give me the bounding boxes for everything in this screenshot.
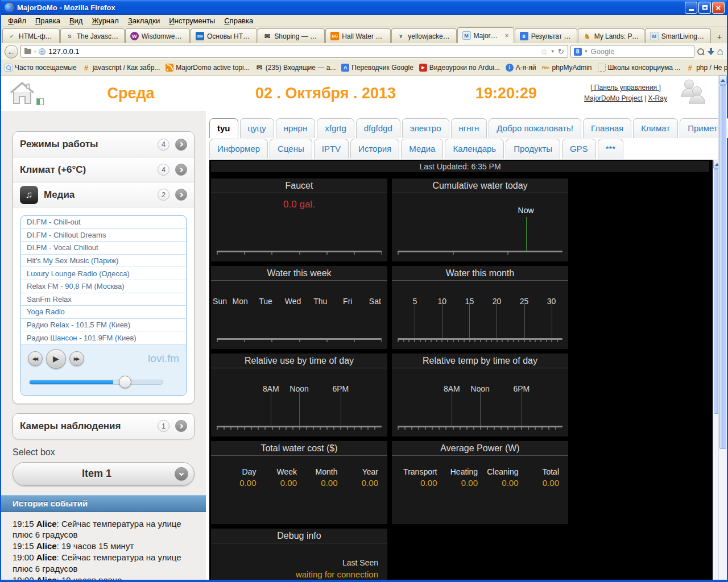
menu-bookmarks[interactable]: Закладки bbox=[123, 15, 164, 26]
chevron-right-icon[interactable] bbox=[175, 420, 187, 432]
restore-button[interactable] bbox=[698, 2, 711, 14]
radio-station[interactable]: Yoga Radio bbox=[21, 306, 186, 319]
menu-view[interactable]: Вид bbox=[65, 15, 88, 26]
sidebar-item-climate[interactable]: Климат (+6°C) 4 bbox=[13, 157, 194, 182]
main-tab[interactable]: электро bbox=[402, 118, 449, 138]
browser-tab[interactable]: Y yellowjacket wif... bbox=[391, 28, 456, 43]
item-select[interactable]: Item 1 bbox=[13, 462, 195, 486]
main-tab[interactable]: нгнгн bbox=[451, 118, 487, 138]
home-icon[interactable]: ⌂ bbox=[717, 46, 723, 57]
menu-edit[interactable]: Правка bbox=[31, 15, 65, 26]
users-avatar-icon[interactable] bbox=[674, 78, 718, 108]
radio-station[interactable]: Радио Шансон - 101.9FM (Киев) bbox=[21, 331, 186, 344]
browser-tab[interactable]: BG Hall Water Flow... bbox=[325, 28, 391, 43]
minimize-button[interactable] bbox=[685, 2, 697, 14]
bookmark-item[interactable]: A Переводчик Google bbox=[341, 64, 413, 72]
sidebar-item-media[interactable]: ♫ Медиа 2 bbox=[13, 182, 194, 207]
main-tab[interactable]: GPS bbox=[562, 139, 596, 159]
browser-tab[interactable]: W Wisdomweb.ru ... bbox=[125, 28, 190, 43]
search-input[interactable] bbox=[591, 47, 691, 56]
scroll-up-button[interactable] bbox=[719, 76, 727, 85]
radio-station[interactable]: Радио Relax - 101,5 FM (Киев) bbox=[21, 319, 186, 332]
chevron-right-icon[interactable] bbox=[175, 164, 187, 176]
main-tab[interactable]: xfgrtg bbox=[317, 118, 354, 138]
search-icon[interactable] bbox=[697, 48, 705, 56]
main-tab[interactable]: цуцу bbox=[240, 118, 274, 138]
tab-close-icon[interactable]: × bbox=[505, 32, 509, 40]
main-tab[interactable]: Продукты bbox=[506, 139, 560, 159]
downloads-icon[interactable] bbox=[707, 47, 715, 56]
main-tab[interactable]: Календарь bbox=[445, 139, 504, 159]
scrollbar-thumb[interactable] bbox=[719, 85, 726, 449]
reload-icon[interactable]: ↻ bbox=[558, 47, 564, 56]
bookmark-star-icon[interactable]: ☆ bbox=[540, 47, 548, 56]
bookmark-item[interactable]: PMA phpMyAdmin bbox=[542, 64, 592, 72]
home-link[interactable] bbox=[1, 81, 46, 105]
control-panel-link[interactable]: [ Панель управления ] bbox=[590, 84, 661, 92]
page-scrollbar[interactable] bbox=[718, 76, 727, 580]
bookmark-item[interactable]: Школы консорциума ... bbox=[598, 64, 681, 72]
browser-tab[interactable]: S The Javascript ... bbox=[60, 28, 125, 43]
main-tab-tyu[interactable]: tyu bbox=[209, 118, 238, 138]
new-tab-button[interactable]: + bbox=[713, 31, 726, 43]
main-tab[interactable]: Медиа bbox=[401, 139, 443, 159]
url-bar[interactable]: › ☆ ▼ ↻ bbox=[20, 45, 568, 58]
main-tab[interactable]: dfgfdgd bbox=[356, 118, 400, 138]
main-tab[interactable]: Сцены bbox=[270, 139, 312, 159]
main-tab[interactable]: Климат bbox=[633, 118, 678, 138]
next-track-button[interactable]: ▶▶ bbox=[69, 351, 84, 366]
browser-tab[interactable]: IBM Основы HTML5... bbox=[191, 28, 257, 43]
main-tab[interactable]: Добро пожаловать! bbox=[489, 118, 581, 138]
bookmark-item[interactable]: ✉ (235) Входящие — а... bbox=[255, 64, 336, 72]
prev-track-button[interactable]: ◀◀ bbox=[28, 351, 43, 366]
bookmark-item[interactable]: i А-я-яй bbox=[506, 64, 536, 72]
chevron-right-icon[interactable] bbox=[175, 139, 187, 151]
main-tab[interactable]: Информер bbox=[209, 139, 268, 159]
main-tab[interactable]: нрнрн bbox=[276, 118, 316, 138]
house-icon[interactable] bbox=[9, 81, 35, 105]
main-tab[interactable]: *** bbox=[598, 139, 624, 159]
close-button[interactable]: × bbox=[712, 2, 725, 14]
main-tab[interactable]: История bbox=[350, 139, 399, 159]
radio-station[interactable]: Relax FM - 90,8 FM (Москва) bbox=[21, 280, 186, 293]
window-titlebar[interactable]: MajorDoMo - Mozilla Firefox × bbox=[1, 0, 727, 15]
bookmark-item[interactable]: ▶ Видеоуроки по Ardui... bbox=[419, 64, 500, 72]
radio-station[interactable]: DI.FM - Chillout Dreams bbox=[21, 229, 186, 242]
bookmark-item[interactable]: MajorDomo active topi... bbox=[166, 64, 249, 72]
browser-tab[interactable]: ✉ Shoping — adza... bbox=[258, 28, 325, 43]
back-button[interactable]: ← bbox=[5, 45, 18, 59]
browser-tab-majordomo-active[interactable]: M MajorDoMo × bbox=[457, 27, 514, 43]
menu-history[interactable]: Журнал bbox=[87, 15, 123, 26]
main-tab[interactable]: Главная bbox=[583, 118, 631, 138]
sidebar-item-cameras[interactable]: Камеры наблюдения 1 bbox=[13, 414, 194, 439]
url-dropdown-icon[interactable]: ▼ bbox=[551, 49, 555, 54]
chevron-right-icon[interactable] bbox=[175, 189, 187, 201]
sidebar-item-modes[interactable]: Режимы работы 4 bbox=[13, 132, 194, 157]
radio-station[interactable]: DI.FM - Vocal Chillout bbox=[21, 242, 186, 255]
main-tab[interactable]: IPTV bbox=[314, 139, 349, 159]
xray-link[interactable]: X-Ray bbox=[648, 94, 667, 102]
browser-tab[interactable]: ✓ HTML-формы bbox=[2, 28, 60, 43]
search-box[interactable]: 8 ▼ bbox=[570, 45, 694, 58]
play-button[interactable]: ▶ bbox=[46, 349, 66, 369]
chevron-down-icon[interactable] bbox=[175, 467, 188, 481]
volume-handle[interactable] bbox=[119, 376, 131, 388]
menu-help[interactable]: Справка bbox=[220, 15, 258, 26]
browser-tab[interactable]: 8 Результат пои... bbox=[515, 28, 577, 43]
browser-tab[interactable]: ♞ My Lands: Расц... bbox=[578, 28, 644, 43]
project-link[interactable]: MajorDoMo Project bbox=[584, 94, 643, 102]
radio-station[interactable]: DI.FM - Chill-out bbox=[21, 216, 186, 229]
bookmark-item[interactable]: # php / Не работает кн... bbox=[686, 64, 727, 72]
radio-station[interactable]: Hit's My Sex Music (Париж) bbox=[21, 255, 186, 268]
search-engine-dropdown-icon[interactable]: ▼ bbox=[584, 49, 589, 54]
radio-station[interactable]: SanFm Relax bbox=[21, 293, 186, 306]
menu-file[interactable]: Файл bbox=[3, 15, 31, 26]
bookmark-item[interactable]: # javascript / Как забр... bbox=[82, 64, 160, 72]
radio-station[interactable]: Luxury Lounge Radio (Одесса) bbox=[21, 267, 186, 280]
volume-track[interactable] bbox=[29, 380, 163, 385]
panel-toggle-icon[interactable] bbox=[36, 98, 44, 105]
bookmark-item[interactable]: Часто посещаемые bbox=[5, 64, 77, 72]
volume-slider[interactable] bbox=[28, 376, 179, 388]
menu-tools[interactable]: Инструменты bbox=[164, 15, 220, 26]
browser-tab[interactable]: M SmartLiving.ru •... bbox=[645, 28, 711, 43]
